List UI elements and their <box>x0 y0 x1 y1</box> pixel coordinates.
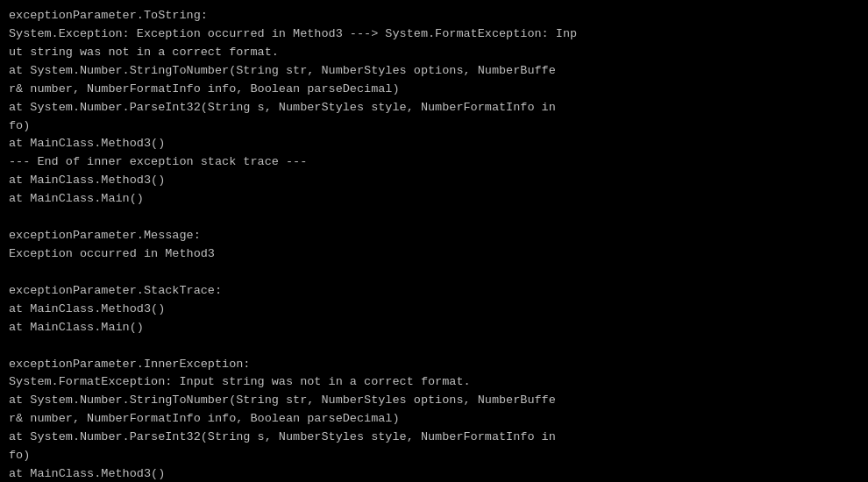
console-output: exceptionParameter.ToString: System.Exce… <box>0 0 868 482</box>
